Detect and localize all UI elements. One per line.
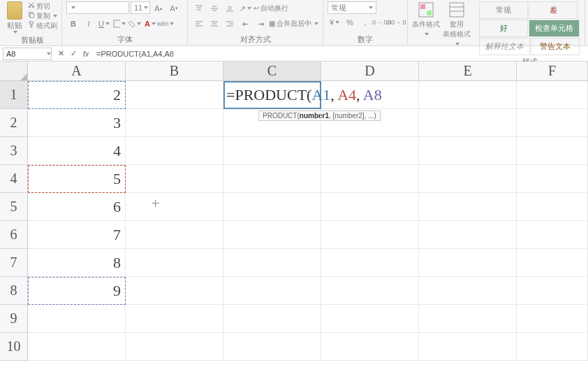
cell-A6[interactable]: 7	[28, 221, 126, 249]
align-right-button[interactable]	[223, 17, 237, 31]
decrease-indent-button[interactable]: ⇤	[238, 17, 252, 31]
cell-D3[interactable]	[321, 137, 419, 165]
cell-B2[interactable]	[126, 109, 223, 137]
row-header-5[interactable]: 5	[0, 193, 28, 221]
fill-color-button[interactable]	[128, 17, 142, 31]
cell-B7[interactable]	[126, 249, 223, 277]
row-header-9[interactable]: 9	[0, 305, 28, 333]
bold-button[interactable]: B	[66, 17, 80, 31]
column-header-F[interactable]: F	[517, 62, 588, 81]
cell-C6[interactable]	[223, 221, 321, 249]
cell-A4[interactable]: 5	[28, 165, 126, 193]
cell-D5[interactable]	[321, 193, 419, 221]
row-header-4[interactable]: 4	[0, 165, 28, 193]
cell-D6[interactable]	[321, 221, 419, 249]
conditional-format-button[interactable]: 条件格式	[412, 1, 440, 38]
cell-A5[interactable]: 6	[28, 193, 126, 221]
cell-C8[interactable]	[223, 277, 321, 305]
cell-C2[interactable]	[223, 109, 321, 137]
cell-B8[interactable]	[126, 277, 223, 305]
cell-E6[interactable]	[419, 221, 517, 249]
cell-F9[interactable]	[517, 305, 588, 333]
cut-button[interactable]: 剪切	[28, 1, 57, 11]
cell-E2[interactable]	[419, 109, 517, 137]
cell-F6[interactable]	[517, 221, 588, 249]
cell-E8[interactable]	[419, 277, 517, 305]
row-header-2[interactable]: 2	[0, 109, 28, 137]
insert-function-button[interactable]: fx	[80, 48, 92, 60]
cell-A7[interactable]: 8	[28, 249, 126, 277]
row-header-8[interactable]: 8	[0, 277, 28, 305]
cell-A3[interactable]: 4	[28, 137, 126, 165]
cell-F4[interactable]	[517, 165, 588, 193]
cell-F8[interactable]	[517, 277, 588, 305]
font-size-select[interactable]: 11	[131, 1, 150, 14]
cell-C7[interactable]	[223, 249, 321, 277]
formula-input[interactable]: =PRODUCT(A1,A4,A8	[92, 50, 174, 58]
cell-E5[interactable]	[419, 193, 517, 221]
row-header-3[interactable]: 3	[0, 137, 28, 165]
cell-F3[interactable]	[517, 137, 588, 165]
cell-A9[interactable]	[28, 305, 126, 333]
cell-B9[interactable]	[126, 305, 223, 333]
align-middle-button[interactable]	[207, 1, 221, 15]
cell-B3[interactable]	[126, 137, 223, 165]
column-header-D[interactable]: D	[321, 62, 419, 81]
row-header-1[interactable]: 1	[0, 81, 28, 109]
italic-button[interactable]: I	[82, 17, 96, 31]
column-header-E[interactable]: E	[419, 62, 517, 81]
number-format-select[interactable]: 常规	[328, 1, 376, 14]
format-painter-button[interactable]: 格式刷	[28, 21, 57, 31]
cell-B4[interactable]	[126, 165, 223, 193]
border-button[interactable]	[112, 17, 126, 31]
copy-button[interactable]: 复制	[28, 11, 57, 21]
cell-C4[interactable]	[223, 165, 321, 193]
decrease-decimal-button[interactable]: .00→.0	[389, 15, 403, 29]
cell-B10[interactable]	[126, 333, 223, 361]
style-explain[interactable]: 解释性文本	[479, 38, 530, 55]
align-bottom-button[interactable]	[223, 1, 237, 15]
cell-B5[interactable]	[126, 193, 223, 221]
paste-button[interactable]: 粘贴	[7, 1, 25, 34]
cell-F5[interactable]	[517, 193, 588, 221]
column-header-C[interactable]: C	[223, 62, 321, 81]
cell-D4[interactable]	[321, 165, 419, 193]
cell-A8[interactable]: 9	[28, 277, 126, 305]
align-left-button[interactable]	[192, 17, 206, 31]
cell-D1[interactable]	[321, 81, 419, 109]
style-check[interactable]: 检查单元格	[529, 20, 580, 37]
cell-E1[interactable]	[419, 81, 517, 109]
cell-A2[interactable]: 3	[28, 109, 126, 137]
cell-E10[interactable]	[419, 333, 517, 361]
increase-indent-button[interactable]: ⇥	[253, 17, 267, 31]
cell-C5[interactable]	[223, 193, 321, 221]
cell-B6[interactable]	[126, 221, 223, 249]
cell-C3[interactable]	[223, 137, 321, 165]
increase-font-button[interactable]: A▴	[152, 1, 166, 15]
align-center-button[interactable]	[207, 17, 221, 31]
underline-button[interactable]: U	[97, 17, 111, 31]
select-all-corner[interactable]	[0, 62, 28, 81]
cell-F7[interactable]	[517, 249, 588, 277]
name-box[interactable]: A8	[3, 48, 52, 60]
font-name-select[interactable]	[66, 1, 129, 14]
cell-E7[interactable]	[419, 249, 517, 277]
row-header-10[interactable]: 10	[0, 333, 28, 361]
cancel-formula-button[interactable]: ✕	[54, 48, 67, 60]
cell-E4[interactable]	[419, 165, 517, 193]
cell-F2[interactable]	[517, 109, 588, 137]
wrap-text-button[interactable]: ↩自动换行	[253, 3, 288, 13]
cell-C1[interactable]: =PRODUCT(A1, A4, A8PRODUCT(number1, [num…	[223, 81, 321, 109]
row-header-7[interactable]: 7	[0, 249, 28, 277]
currency-button[interactable]: ¥	[328, 15, 341, 29]
row-header-6[interactable]: 6	[0, 221, 28, 249]
cell-A10[interactable]	[28, 333, 126, 361]
enter-formula-button[interactable]: ✓	[67, 48, 80, 60]
font-color-button[interactable]: A	[143, 17, 157, 31]
orientation-button[interactable]: ↗	[238, 1, 252, 15]
cell-F1[interactable]	[517, 81, 588, 109]
cell-C9[interactable]	[223, 305, 321, 333]
align-top-button[interactable]	[192, 1, 206, 15]
cell-D9[interactable]	[321, 305, 419, 333]
style-bad[interactable]: 差	[529, 1, 578, 19]
